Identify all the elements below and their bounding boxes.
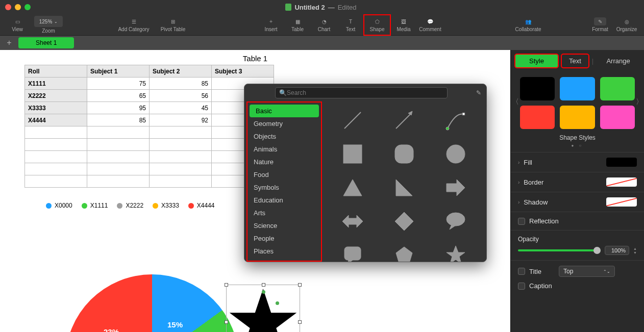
resize-handle[interactable] [298,320,302,324]
opacity-slider[interactable] [518,249,601,251]
column-header[interactable]: Roll [25,65,87,78]
data-table[interactable]: RollSubject 1Subject 2Subject 3 X1111758… [24,65,274,188]
edit-pencil-icon[interactable]: ✎ [476,89,481,96]
column-header[interactable]: Subject 1 [87,65,150,78]
line-shape[interactable] [341,109,364,132]
triangle-shape[interactable] [341,176,364,199]
opacity-value[interactable]: 100% [605,246,629,255]
style-swatch[interactable] [520,106,555,129]
category-objects[interactable]: Objects [247,130,321,143]
media-button[interactable]: 🖼Media [390,15,417,35]
category-nature[interactable]: Nature [247,156,321,168]
category-food[interactable]: Food [247,168,321,181]
star-shape[interactable] [444,244,467,262]
insert-button[interactable]: ＋Insert [258,15,284,35]
style-swatch[interactable] [600,106,635,129]
arrow-right-shape[interactable] [444,176,467,199]
shape-button[interactable]: ⬠Shape [364,15,390,35]
pentagon-shape[interactable] [393,244,415,262]
category-people[interactable]: People [247,232,321,245]
view-button[interactable]: ▭ View [4,15,31,35]
right-triangle-shape[interactable] [393,176,415,199]
category-basic[interactable]: Basic [250,105,319,117]
collaborate-button[interactable]: 👥Collaborate [510,15,546,35]
resize-handle[interactable] [225,320,228,324]
chart-button[interactable]: ◔Chart [311,15,337,35]
pie-chart[interactable]: 15% 20% 23% [65,274,239,332]
border-none-swatch[interactable] [606,177,637,187]
category-education[interactable]: Education [247,194,321,207]
svg-rect-16 [344,247,361,260]
add-sheet-button[interactable]: + [0,38,18,47]
fill-row[interactable]: › Fill [511,152,644,172]
category-symbols[interactable]: Symbols [247,181,321,194]
speech-bubble-shape[interactable] [444,210,467,233]
style-swatch[interactable] [600,77,635,100]
fullscreen-window[interactable] [24,4,31,10]
sheet-tab-1[interactable]: Sheet 1 [18,37,74,48]
diamond-shape[interactable] [393,210,415,233]
star-point-handle[interactable] [276,301,279,305]
format-button[interactable]: ✎Format [587,15,613,35]
table-row[interactable]: X11117585 [25,78,274,90]
column-header[interactable]: Subject 2 [150,65,212,78]
callout-square-shape[interactable] [341,244,364,262]
circle-shape[interactable] [444,143,467,165]
reflection-checkbox[interactable] [518,218,525,225]
shadow-row[interactable]: › Shadow [511,192,644,212]
square-shape[interactable] [341,143,364,165]
text-button[interactable]: TText [337,15,364,35]
table-row[interactable] [25,175,274,188]
double-arrow-shape[interactable] [341,210,364,233]
table-row[interactable]: X22226556 [25,90,274,102]
style-swatch[interactable] [560,106,595,129]
table-title[interactable]: Table 1 [0,50,510,65]
category-places[interactable]: Places [247,245,321,258]
table-row[interactable] [25,151,274,163]
style-swatch[interactable] [520,77,555,100]
title-position-select[interactable]: Top⌃⌄ [559,266,615,277]
canvas[interactable]: Table 1 RollSubject 1Subject 2Subject 3 … [0,50,510,332]
comment-button[interactable]: 💬Comment [417,15,443,35]
table-row[interactable] [25,163,274,175]
inspector-tab-arrange[interactable]: Arrange [597,54,640,68]
column-header[interactable]: Subject 3 [212,65,274,78]
table-row[interactable]: X33339545 [25,102,274,114]
table-row[interactable] [25,126,274,139]
minimize-window[interactable] [15,4,21,10]
swatch-next[interactable]: 〉 [636,97,643,107]
category-activities[interactable]: Activities [247,258,321,262]
border-row[interactable]: › Border [511,172,644,192]
pivot-table-button[interactable]: ⊞ Pivot Table [155,15,191,35]
curve-shape[interactable] [444,109,467,132]
add-category-button[interactable]: ☰ Add Category [112,15,155,35]
resize-handle[interactable] [298,283,302,287]
zoom-button[interactable]: 125%⌄ Zoom [31,15,66,35]
fill-color-swatch[interactable] [606,158,637,167]
resize-handle[interactable] [225,283,228,287]
category-animals[interactable]: Animals [247,143,321,156]
resize-handle[interactable] [262,283,265,287]
chevron-right-icon: › [518,199,519,205]
table-button[interactable]: ▦Table [284,15,311,35]
table-row[interactable]: X44448592 [25,114,274,126]
category-science[interactable]: Science [247,219,321,232]
arrow-line-shape[interactable] [393,109,415,132]
caption-checkbox[interactable] [518,283,525,290]
slider-thumb[interactable] [593,247,601,254]
category-geometry[interactable]: Geometry [247,117,321,130]
rounded-square-shape[interactable] [393,143,415,165]
rotate-handle[interactable] [262,290,265,294]
selected-star-shape[interactable] [226,285,300,332]
shadow-none-swatch[interactable] [606,197,637,207]
close-window[interactable] [5,4,11,10]
style-swatch[interactable] [560,77,595,100]
opacity-stepper[interactable]: ▲▼ [633,247,637,254]
shape-search-input[interactable] [275,87,448,98]
inspector-tab-style[interactable]: Style [515,54,558,68]
table-row[interactable] [25,139,274,151]
category-arts[interactable]: Arts [247,207,321,219]
title-checkbox[interactable] [518,268,525,275]
organize-button[interactable]: ◎Organize [613,15,640,35]
inspector-tab-text[interactable]: Text [561,54,589,68]
